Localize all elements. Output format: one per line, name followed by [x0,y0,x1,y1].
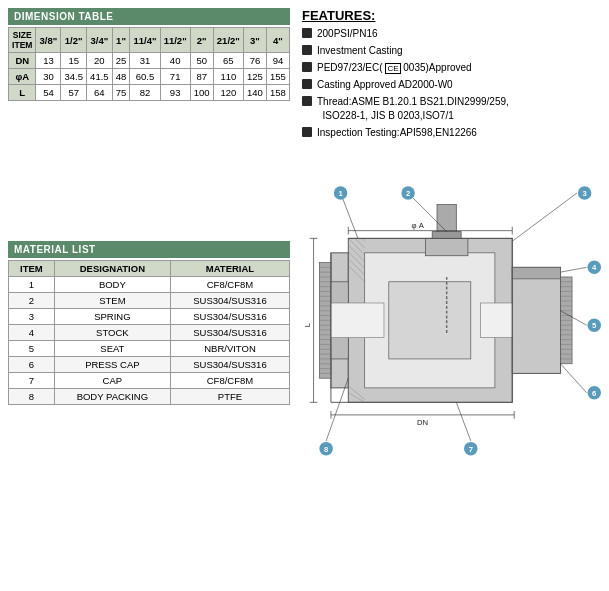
dim-table-title: DIMENSION TABLE [8,8,290,25]
table-row: 5SEATNBR/VITON [9,341,290,357]
feature-item: Inspection Testing:API598,EN12266 [302,126,601,140]
feature-text: Casting Approved AD2000-W0 [317,78,453,92]
table-row: L 54 57 64 75 82 93 100 120 140 158 [9,85,290,101]
feature-item: 200PSI/PN16 [302,27,601,41]
left-column: DIMENSION TABLE SIZEITEM 3/8" 1/2" 3/4" … [8,8,298,583]
right-column: FEATURES: 200PSI/PN16 Investment Casting… [298,8,601,583]
table-row: 8BODY PACKINGPTFE [9,389,290,405]
feature-bullet [302,45,312,55]
feature-text: 200PSI/PN16 [317,27,378,41]
table-row: DN 13 15 20 25 31 40 50 65 76 94 [9,53,290,69]
features-title: FEATURES: [302,8,601,23]
feature-item: PED97/23/EC( CE 0035)Approved [302,61,601,75]
svg-text:φ A: φ A [412,221,425,230]
svg-line-94 [456,402,470,441]
svg-text:7: 7 [469,445,473,454]
svg-text:L: L [303,322,312,327]
svg-line-76 [341,193,358,238]
feature-item: Thread:ASME B1.20.1 BS21.DIN2999/259, IS… [302,95,601,123]
feature-bullet [302,79,312,89]
diagram-area: .num-circle { fill: #5a9aba; stroke: non… [302,160,601,500]
feature-text: Inspection Testing:API598,EN12266 [317,126,477,140]
svg-text:6: 6 [592,389,596,398]
svg-rect-35 [512,267,560,373]
feature-bullet [302,62,312,72]
svg-text:1: 1 [338,189,343,198]
dimension-table: SIZEITEM 3/8" 1/2" 3/4" 1" 11/4" 11/2" 2… [8,27,290,101]
feature-text: Thread:ASME B1.20.1 BS21.DIN2999/259, IS… [317,95,509,123]
feature-item: Casting Approved AD2000-W0 [302,78,601,92]
svg-text:5: 5 [592,321,597,330]
svg-rect-30 [480,303,514,338]
table-row: 2STEMSUS304/SUS316 [9,293,290,309]
feature-text: Investment Casting [317,44,403,58]
table-row: φA 30 34.5 41.5 48 60.5 71 87 110 125 15… [9,69,290,85]
svg-text:3: 3 [582,189,586,198]
table-row: 3SPRINGSUS304/SUS316 [9,309,290,325]
feature-bullet [302,127,312,137]
table-row: 4STOCKSUS304/SUS316 [9,325,290,341]
svg-text:4: 4 [592,263,597,272]
table-row: 6PRESS CAPSUS304/SUS316 [9,357,290,373]
svg-text:DN: DN [417,418,428,427]
svg-line-85 [560,267,586,272]
feature-item: Investment Casting [302,44,601,58]
feature-bullet [302,28,312,38]
svg-rect-36 [512,267,560,279]
page: DIMENSION TABLE SIZEITEM 3/8" 1/2" 3/4" … [0,0,609,591]
table-row: 1BODYCF8/CF8M [9,277,290,293]
svg-rect-29 [331,303,384,338]
table-row: 7CAPCF8/CF8M [9,373,290,389]
svg-line-91 [560,364,586,393]
svg-rect-28 [389,282,471,359]
size-item-header: SIZEITEM [9,28,36,53]
svg-text:2: 2 [406,189,410,198]
mat-table-title: MATERIAL LIST [8,241,290,258]
svg-line-82 [512,193,577,241]
svg-rect-33 [425,238,467,255]
features-section: FEATURES: 200PSI/PN16 Investment Casting… [302,8,601,140]
feature-text: PED97/23/EC( CE 0035)Approved [317,61,472,75]
technical-diagram: .num-circle { fill: #5a9aba; stroke: non… [302,160,601,500]
svg-text:8: 8 [324,445,329,454]
material-table: ITEM DESIGNATION MATERIAL 1BODYCF8/CF8M … [8,260,290,405]
feature-bullet [302,96,312,106]
